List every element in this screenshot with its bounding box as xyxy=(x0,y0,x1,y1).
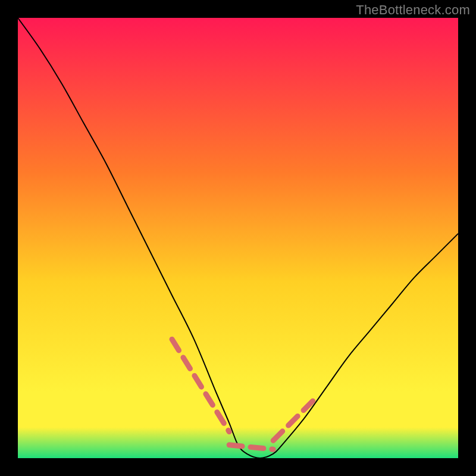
curve-layer xyxy=(18,18,458,458)
bottleneck-curve xyxy=(18,18,458,458)
accent-dash-right xyxy=(273,396,317,440)
accent-dash-floor xyxy=(229,445,273,449)
watermark-text: TheBottleneck.com xyxy=(356,2,470,18)
chart-frame: TheBottleneck.com xyxy=(0,0,476,476)
plot-area xyxy=(18,18,458,458)
